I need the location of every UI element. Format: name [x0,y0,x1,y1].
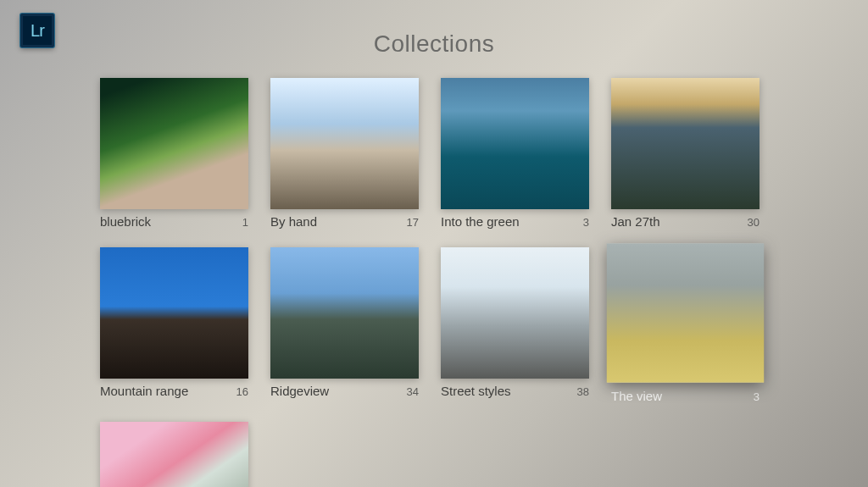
collection-label: Mountain range [100,384,188,398]
collection-thumbnail [100,78,248,209]
collection-thumbnail [441,247,589,379]
collection-thumbnail [607,243,765,382]
collection-thumbnail [270,78,419,209]
collection-thumbnail [270,247,419,379]
collection-card[interactable]: The view 3 [611,247,760,403]
collection-card[interactable]: By hand 17 [270,78,419,229]
collection-label: Into the green [441,214,520,229]
collection-count: 3 [583,216,589,229]
collection-card[interactable]: Street styles 38 [441,247,589,403]
collection-card[interactable]: bluebrick 1 [100,78,248,229]
collection-label: The view [611,389,662,403]
collection-count: 30 [748,216,760,229]
collection-thumbnail [100,247,248,379]
page-title: Collections [374,30,494,58]
collection-card[interactable]: Into the green 3 [441,78,589,229]
collection-card[interactable] [100,422,248,487]
collection-meta: By hand 17 [270,209,419,229]
collection-meta: Street styles 38 [441,379,589,398]
collection-thumbnail [100,422,248,487]
collection-card[interactable]: Jan 27th 30 [611,78,760,229]
collection-label: Ridgeview [270,384,329,398]
collection-meta: Ridgeview 34 [270,379,419,398]
collection-label: Jan 27th [611,214,660,229]
collection-label: Street styles [441,384,511,398]
collection-meta: Jan 27th 30 [611,209,760,229]
collection-thumbnail [611,78,760,209]
collection-count: 38 [577,385,589,398]
collection-label: By hand [270,214,317,229]
collection-meta: bluebrick 1 [100,209,248,229]
collection-meta: Into the green 3 [441,209,589,229]
collection-card[interactable]: Ridgeview 34 [270,247,419,403]
collections-grid: bluebrick 1 By hand 17 Into the green 3 … [100,78,760,487]
collection-count: 1 [242,216,248,229]
collection-count: 17 [407,216,419,229]
collection-meta: Mountain range 16 [100,379,248,398]
collection-card[interactable]: Mountain range 16 [100,247,248,403]
collection-thumbnail [441,78,589,209]
app-logo: Lr [20,14,54,47]
collection-count: 34 [407,385,419,398]
collection-count: 16 [236,385,248,398]
collection-label: bluebrick [100,214,151,229]
collection-count: 3 [754,390,760,403]
app-logo-text: Lr [31,21,44,41]
